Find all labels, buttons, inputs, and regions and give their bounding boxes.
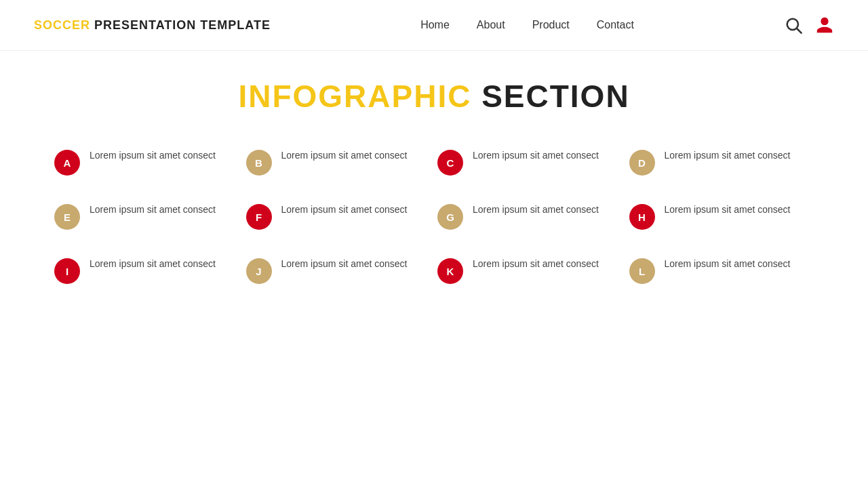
item-text-l: Lorem ipsum sit amet consect (665, 257, 791, 271)
nav-icons (784, 16, 834, 35)
item-text-b: Lorem ipsum sit amet consect (281, 148, 408, 163)
list-item: ELorem ipsum sit amet consect (54, 203, 239, 230)
list-item: BLorem ipsum sit amet consect (246, 148, 431, 176)
item-text-f: Lorem ipsum sit amet consect (281, 203, 408, 217)
badge-a: A (54, 150, 80, 176)
logo: SOCCER PRESENTATION TEMPLATE (34, 18, 271, 33)
nav-home[interactable]: Home (420, 19, 450, 31)
item-text-k: Lorem ipsum sit amet consect (473, 257, 599, 271)
badge-d: D (629, 150, 655, 176)
badge-f: F (246, 204, 272, 230)
item-text-i: Lorem ipsum sit amet consect (90, 257, 216, 271)
badge-e: E (54, 204, 80, 230)
badge-h: H (629, 204, 655, 230)
logo-soccer: SOCCER (34, 18, 90, 32)
svg-line-1 (797, 28, 801, 33)
search-icon[interactable] (784, 16, 803, 35)
item-text-g: Lorem ipsum sit amet consect (473, 203, 599, 217)
badge-k: K (437, 258, 463, 284)
badge-i: I (54, 258, 80, 284)
badge-c: C (437, 150, 463, 176)
user-icon[interactable] (815, 16, 834, 35)
list-item: JLorem ipsum sit amet consect (246, 257, 431, 284)
item-text-e: Lorem ipsum sit amet consect (90, 203, 216, 217)
list-item: ILorem ipsum sit amet consect (54, 257, 239, 284)
header: SOCCER PRESENTATION TEMPLATE Home About … (0, 0, 868, 51)
item-text-d: Lorem ipsum sit amet consect (665, 148, 791, 163)
list-item: LLorem ipsum sit amet consect (629, 257, 814, 284)
item-text-j: Lorem ipsum sit amet consect (281, 257, 408, 271)
infographic-grid: ALorem ipsum sit amet consectBLorem ipsu… (54, 148, 814, 284)
list-item: FLorem ipsum sit amet consect (246, 203, 431, 230)
title-dark: SECTION (471, 79, 629, 114)
section-title: INFOGRAPHIC SECTION (54, 78, 814, 115)
title-highlight: INFOGRAPHIC (238, 79, 471, 114)
item-text-c: Lorem ipsum sit amet consect (473, 148, 599, 163)
list-item: KLorem ipsum sit amet consect (437, 257, 623, 284)
list-item: ALorem ipsum sit amet consect (54, 148, 239, 176)
logo-rest: PRESENTATION TEMPLATE (90, 18, 271, 32)
badge-g: G (437, 204, 463, 230)
badge-l: L (629, 258, 655, 284)
badge-b: B (246, 150, 272, 176)
list-item: DLorem ipsum sit amet consect (629, 148, 814, 176)
nav-contact[interactable]: Contact (597, 19, 634, 31)
list-item: HLorem ipsum sit amet consect (629, 203, 814, 230)
nav-about[interactable]: About (477, 19, 505, 31)
nav-product[interactable]: Product (532, 19, 570, 31)
main-content: INFOGRAPHIC SECTION ALorem ipsum sit ame… (0, 51, 868, 284)
list-item: CLorem ipsum sit amet consect (437, 148, 623, 176)
item-text-h: Lorem ipsum sit amet consect (665, 203, 791, 217)
main-nav: Home About Product Contact (420, 19, 634, 31)
item-text-a: Lorem ipsum sit amet consect (90, 148, 216, 163)
badge-j: J (246, 258, 272, 284)
list-item: GLorem ipsum sit amet consect (437, 203, 623, 230)
